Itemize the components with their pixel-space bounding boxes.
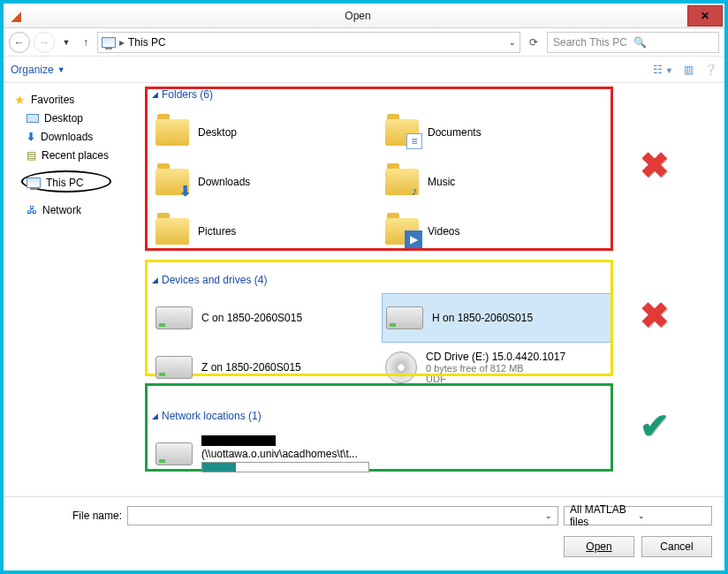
folder-downloads[interactable]: ⬇Downloads: [152, 157, 382, 207]
drive-icon: [155, 306, 193, 329]
download-icon: ⬇: [27, 131, 35, 143]
window-title: Open: [28, 10, 687, 22]
sidebar-item-recent[interactable]: ▤ Recent places: [11, 146, 145, 164]
open-button[interactable]: Open: [564, 536, 634, 557]
preview-pane-button[interactable]: ▥: [684, 64, 694, 76]
organize-menu[interactable]: Organize ▼: [11, 64, 65, 76]
view-options-button[interactable]: ☷ ▼: [653, 64, 673, 76]
refresh-button[interactable]: ⟳: [524, 36, 543, 49]
annotation-x-1: ✖: [640, 145, 670, 185]
up-button[interactable]: ↑: [78, 36, 94, 49]
drive-c[interactable]: C on 1850-2060S015: [152, 293, 382, 343]
filetype-filter[interactable]: All MATLAB files⌄: [564, 506, 712, 525]
folder-pictures[interactable]: Pictures: [152, 207, 382, 256]
close-button[interactable]: ✕: [687, 5, 723, 26]
redacted-label: [201, 435, 276, 446]
section-folders: ◢ Folders (6) Desktop ⬇Downloads Picture…: [147, 85, 717, 260]
search-icon: 🔍: [633, 36, 714, 49]
collapse-icon: ◢: [152, 276, 158, 284]
drive-icon: [155, 356, 193, 379]
folder-music[interactable]: ♪Music: [382, 157, 611, 207]
folder-videos[interactable]: ▶Videos: [382, 207, 611, 256]
folder-icon: ♪: [385, 169, 419, 195]
sidebar-item-this-pc[interactable]: This PC: [11, 173, 145, 192]
folder-icon: [155, 119, 189, 146]
filename-label: File name:: [16, 510, 122, 522]
breadcrumb[interactable]: ▸ This PC ⌄: [97, 32, 520, 53]
sidebar-item-downloads[interactable]: ⬇ Downloads: [11, 127, 145, 146]
collapse-icon: ◢: [152, 90, 158, 99]
app-icon: ◢: [4, 9, 28, 23]
drive-z[interactable]: Z on 1850-2060S015: [152, 343, 382, 392]
recent-icon: ▤: [27, 149, 36, 162]
section-netloc: ◢ Network locations (1) (\\uottawa.o.uni…: [147, 406, 717, 482]
sidebar-item-desktop[interactable]: Desktop: [11, 109, 145, 127]
sidebar: ★ Favorites Desktop ⬇ Downloads ▤ Recent…: [4, 83, 145, 496]
toolbar: Organize ▼ ☷ ▼ ▥ ❔: [4, 57, 724, 83]
drive-icon: [155, 442, 193, 465]
storage-bar: [201, 462, 369, 472]
sidebar-favorites-header[interactable]: ★ Favorites: [11, 90, 145, 109]
cd-icon: [385, 351, 417, 383]
open-dialog: ◢ Open ✕ ← → ▼ ↑ ▸ This PC ⌄ ⟳ Search Th…: [4, 4, 724, 570]
content-pane: ✖ ◢ Folders (6) Desktop ⬇Downloads Pictu…: [145, 83, 724, 496]
folder-icon: ≡: [385, 119, 419, 146]
filename-input[interactable]: ⌄: [127, 506, 558, 525]
section-folders-header[interactable]: ◢ Folders (6): [147, 85, 717, 104]
sidebar-item-network[interactable]: 🖧 Network: [11, 200, 145, 219]
drive-h[interactable]: H on 1850-2060S015: [382, 293, 611, 343]
network-icon: 🖧: [27, 204, 37, 216]
breadcrumb-text: This PC: [128, 36, 166, 49]
navbar: ← → ▼ ↑ ▸ This PC ⌄ ⟳ Search This PC 🔍: [4, 28, 724, 57]
recent-dropdown[interactable]: ▼: [58, 38, 74, 47]
search-input[interactable]: Search This PC 🔍: [547, 32, 719, 53]
collapse-icon: ◢: [152, 412, 158, 420]
back-button[interactable]: ←: [9, 32, 30, 53]
titlebar: ◢ Open ✕: [4, 4, 724, 28]
section-drives-header[interactable]: ◢ Devices and drives (4): [147, 270, 717, 290]
drive-cd[interactable]: CD Drive (E:) 15.0.4420.1017 0 bytes fre…: [382, 343, 611, 392]
pc-icon: [27, 177, 41, 188]
folder-icon: ⬇: [155, 169, 189, 195]
drive-icon: [386, 306, 423, 329]
breadcrumb-sep: ▸: [119, 36, 125, 49]
folder-icon: ▶: [385, 218, 419, 245]
help-button[interactable]: ❔: [704, 64, 717, 76]
forward-button[interactable]: →: [34, 32, 55, 53]
annotation-check: ✔: [640, 405, 670, 446]
folder-icon: [155, 218, 189, 245]
cancel-button[interactable]: Cancel: [641, 536, 712, 557]
section-netloc-header[interactable]: ◢ Network locations (1): [147, 406, 717, 426]
folder-desktop[interactable]: Desktop: [152, 108, 382, 157]
network-location[interactable]: (\\uottawa.o.univ\acadhomes\t\t...: [152, 429, 712, 479]
star-icon: ★: [14, 93, 26, 107]
folder-documents[interactable]: ≡Documents: [382, 108, 611, 157]
breadcrumb-dropdown[interactable]: ⌄: [509, 38, 516, 47]
annotation-x-2: ✖: [640, 295, 670, 336]
pc-icon: [102, 37, 116, 48]
bottom-panel: File name: ⌄ All MATLAB files⌄ Open Canc…: [4, 496, 724, 570]
desktop-icon: [27, 114, 39, 123]
section-drives: ◢ Devices and drives (4) C on 1850-2060S…: [147, 270, 717, 396]
